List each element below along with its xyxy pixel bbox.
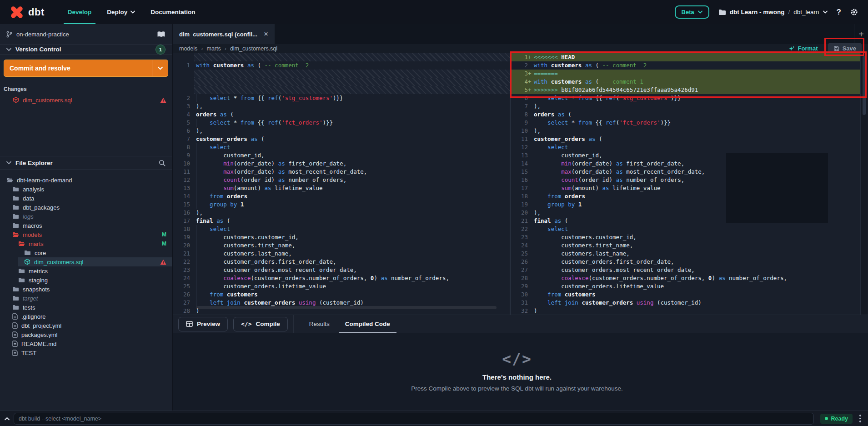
code-line-right-2[interactable]: 2with customers as ( -- comment 2 (511, 61, 860, 70)
repo-branch-row[interactable]: on-demand-practice (0, 24, 172, 45)
code-line-left-25[interactable]: 25 customer_orders.lifetime_value (173, 282, 510, 291)
tree-item-metrics[interactable]: metrics (0, 266, 172, 276)
help-button[interactable]: ? (837, 8, 841, 17)
code-line-right-32[interactable]: 32) (511, 307, 860, 315)
code-line-right-24[interactable]: 24 customers.first_name, (511, 241, 860, 250)
tree-item-core[interactable]: core (0, 248, 172, 257)
code-line-left-24[interactable]: 24 coalesce(customer_orders.number_of_or… (173, 274, 510, 282)
code-line-right-25[interactable]: 25 customers.last_name, (511, 250, 860, 258)
tab-results[interactable]: Results (309, 315, 330, 333)
code-line-right-1[interactable]: 1+<<<<<<< HEAD (511, 53, 860, 61)
code-line-right-11[interactable]: 11customer_orders as ( (511, 135, 860, 143)
code-line-right-12[interactable]: 12 select (511, 143, 860, 151)
tree-item-dbt-packages[interactable]: dbt_packages (0, 203, 172, 212)
save-button[interactable]: Save (828, 43, 862, 54)
code-line-left-17[interactable]: 17final as ( (173, 217, 510, 225)
code-line-right-27[interactable]: 27 customer_orders.most_recent_order_dat… (511, 266, 860, 274)
code-line-left-18[interactable]: 18 select (173, 225, 510, 233)
code-line-left-26[interactable]: 26 from customers (173, 291, 510, 299)
tree-item-logs[interactable]: logs (0, 212, 172, 221)
code-line-right-10[interactable]: 10), (511, 127, 860, 135)
code-line-right-4[interactable]: 4+with customers as ( -- comment 1 (511, 78, 860, 86)
tree-item-macros[interactable]: macros (0, 221, 172, 230)
commit-and-resolve-button[interactable]: Commit and resolve (4, 60, 168, 77)
nav-develop[interactable]: Develop (60, 0, 100, 24)
diff-spacer-row[interactable] (173, 70, 510, 78)
tree-item-dim-customers-sql[interactable]: dim_customers.sql (0, 257, 172, 266)
breadcrumb-item[interactable]: marts (206, 45, 221, 52)
tree-item-marts[interactable]: martsM (0, 239, 172, 248)
editor-scrollbar[interactable] (860, 53, 868, 315)
tree-item-analysis[interactable]: analysis (0, 185, 172, 194)
tree-item-packages-yml[interactable]: packages.yml (0, 330, 172, 339)
code-line-left-16[interactable]: 16), (173, 209, 510, 217)
code-line-right-8[interactable]: 8orders as ( (511, 110, 860, 119)
code-line-left-21[interactable]: 21 customers.last_name, (173, 250, 510, 258)
code-line-left-14[interactable]: 14 from orders (173, 192, 510, 200)
tree-item-dbt-learn-on-demand[interactable]: dbt-learn-on-demand (0, 175, 172, 185)
code-line-right-22[interactable]: 22 select (511, 225, 860, 233)
code-line-left-22[interactable]: 22 customer_orders.first_order_date, (173, 258, 510, 266)
diff-spacer-row[interactable] (173, 78, 510, 86)
code-line-left-11[interactable]: 11 max(order_date) as most_recent_order_… (173, 168, 510, 176)
code-line-right-5[interactable]: 5+>>>>>>> b81f802a66fd544504c65721e3ffaa… (511, 86, 860, 94)
code-line-left-19[interactable]: 19 customers.customer_id, (173, 233, 510, 241)
code-line-left-12[interactable]: 12 count(order_id) as number_of_orders, (173, 176, 510, 184)
tab-compiled-code[interactable]: Compiled Code (345, 315, 390, 333)
breadcrumb-item[interactable]: dim_customers.sql (230, 45, 277, 52)
code-line-left-10[interactable]: 10 min(order_date) as first_order_date, (173, 160, 510, 168)
format-button[interactable]: Format (788, 45, 818, 52)
code-line-right-26[interactable]: 26 customer_orders.first_order_date, (511, 258, 860, 266)
kebab-menu-icon[interactable] (854, 415, 866, 422)
tree-item-tests[interactable]: tests (0, 303, 172, 312)
code-line-left-3[interactable]: 3), (173, 102, 510, 110)
settings-gear-button[interactable] (850, 8, 858, 16)
changed-file-row[interactable]: dim_customers.sql (0, 95, 172, 105)
code-line-left-7[interactable]: 7customer_orders as ( (173, 135, 510, 143)
code-line-left-8[interactable]: 8 select (173, 143, 510, 151)
search-icon[interactable] (159, 160, 166, 166)
code-line-left-6[interactable]: 6), (173, 127, 510, 135)
dbt-logo[interactable]: dbt (10, 5, 45, 19)
nav-documentation[interactable]: Documentation (143, 0, 203, 24)
preview-button[interactable]: Preview (178, 317, 228, 331)
code-line-right-9[interactable]: 9 select * from {{ ref('fct_orders')}} (511, 119, 860, 127)
horizontal-scrollbar[interactable] (196, 306, 497, 309)
version-control-header[interactable]: Version Control 1 (0, 45, 172, 55)
tree-item-test[interactable]: TEST (0, 348, 172, 357)
tree-item-models[interactable]: modelsM (0, 230, 172, 239)
code-line-left-20[interactable]: 20 customers.first_name, (173, 241, 510, 250)
code-line-left-5[interactable]: 5 select * from {{ ref('fct_orders')}} (173, 119, 510, 127)
diff-spacer-row[interactable] (173, 86, 510, 94)
new-tab-button[interactable]: + (854, 24, 868, 44)
commit-dropdown-toggle[interactable] (152, 60, 168, 76)
code-line-left-15[interactable]: 15 group by 1 (173, 200, 510, 209)
tab-close-icon[interactable]: ✕ (264, 31, 268, 37)
tree-item-data[interactable]: data (0, 194, 172, 203)
tree-item-staging[interactable]: staging (0, 276, 172, 285)
file-explorer-header[interactable]: File Explorer (0, 156, 172, 170)
nav-deploy[interactable]: Deploy (99, 0, 143, 24)
code-line-left-2[interactable]: 2 select * from {{ ref('stg_customers')}… (173, 94, 510, 102)
code-line-right-28[interactable]: 28 coalesce(customer_orders.number_of_or… (511, 274, 860, 282)
tree-item-dbt-project-yml[interactable]: dbt_project.yml (0, 321, 172, 330)
code-line-left-1[interactable]: 1with customers as ( -- comment 2 (173, 61, 510, 70)
breadcrumb-item[interactable]: models (179, 45, 197, 52)
code-line-right-23[interactable]: 23 customers.customer_id, (511, 233, 860, 241)
code-line-right-31[interactable]: 31 left join customer_orders using (cust… (511, 299, 860, 307)
code-line-right-6[interactable]: 6 select * from {{ ref('stg_customers')}… (511, 94, 860, 102)
compile-button[interactable]: </> Compile (233, 317, 288, 331)
account-project-switcher[interactable]: dbt Learn - mwong / dbt_learn (718, 9, 828, 15)
command-input[interactable] (14, 413, 814, 425)
beta-button[interactable]: Beta (675, 5, 709, 19)
code-line-right-30[interactable]: 30 from customers (511, 291, 860, 299)
code-line-right-29[interactable]: 29 customer_orders.lifetime_value (511, 282, 860, 291)
tree-item-readme-md[interactable]: README.md (0, 339, 172, 348)
diff-spacer-row[interactable] (173, 53, 510, 61)
tree-item--gitignore[interactable]: .gitignore (0, 312, 172, 321)
code-line-left-13[interactable]: 13 sum(amount) as lifetime_value (173, 184, 510, 192)
code-line-left-4[interactable]: 4orders as ( (173, 110, 510, 119)
code-line-left-23[interactable]: 23 customer_orders.most_recent_order_dat… (173, 266, 510, 274)
code-line-left-9[interactable]: 9 customer_id, (173, 151, 510, 160)
code-line-right-3[interactable]: 3+======= (511, 70, 860, 78)
